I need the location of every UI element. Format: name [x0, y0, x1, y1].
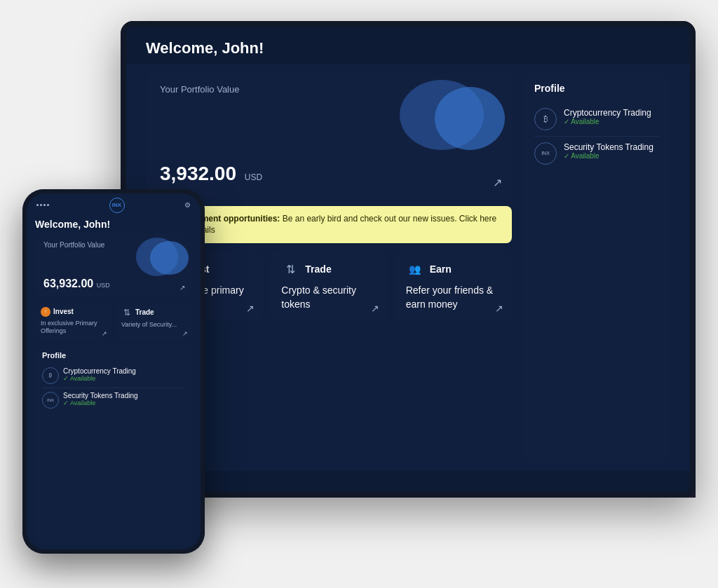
desktop-portfolio-currency: USD	[245, 172, 262, 182]
crypto-icon: ₿	[534, 108, 557, 130]
desktop-earn-card[interactable]: 👥 Earn Refer your friends & earn money ↗	[395, 250, 512, 321]
phone-portfolio-arrow: ↗	[180, 284, 185, 292]
phone-profile-section: Profile ₿ Cryptocurrency Trading ✓ Avail…	[35, 346, 192, 545]
phone-security-icon: INX	[42, 392, 59, 409]
phone-crypto-icon: ₿	[42, 367, 59, 384]
phone-invest-desc: In exclusive Primary Offerings	[41, 320, 106, 336]
desktop-device: Welcome, John! Your Portfolio Value	[121, 21, 696, 498]
desktop-portfolio-arrow: ↗	[493, 176, 502, 189]
phone-profile-crypto[interactable]: ₿ Cryptocurrency Trading ✓ Available	[42, 364, 185, 388]
phone-device: INX ⚙ Welcome, John! Your Portfolio Valu…	[22, 189, 205, 554]
desktop-screen: Welcome, John! Your Portfolio Value	[126, 27, 690, 492]
desktop-crypto-status: ✓ Available	[564, 118, 659, 125]
phone-invest-arrow: ↗	[102, 330, 107, 337]
phone-trade-title: Trade	[135, 308, 154, 316]
desktop-sidebar: Profile ₿ Cryptocurrency Trading ✓ Avail…	[523, 73, 670, 463]
desktop-profile-title: Profile	[534, 83, 659, 94]
phone-invest-title: Invest	[53, 308, 74, 315]
phone-profile-security[interactable]: INX Security Tokens Trading ✓ Available	[42, 388, 185, 412]
phone-settings-icon[interactable]: ⚙	[184, 201, 191, 209]
phone-signal-dots	[36, 204, 49, 206]
desktop-trade-title: Trade	[305, 264, 331, 275]
phone-profile-title: Profile	[42, 351, 185, 360]
desktop-bezel: Welcome, John! Your Portfolio Value	[121, 21, 696, 498]
desktop-earn-desc: Refer your friends & earn money	[406, 284, 501, 311]
desktop-trade-arrow: ↗	[371, 303, 379, 314]
phone-crypto-name: Cryptocurrency Trading	[63, 367, 136, 375]
phone-security-info: Security Tokens Trading ✓ Available	[63, 392, 138, 406]
desktop-header: Welcome, John!	[126, 27, 690, 64]
desktop-security-info: Security Tokens Trading ✓ Available	[564, 142, 659, 160]
phone-security-name: Security Tokens Trading	[63, 392, 138, 399]
desktop-invest-arrow: ↗	[246, 303, 255, 314]
desktop-crypto-name: Cryptocurrency Trading	[564, 108, 659, 118]
desktop-profile-item-crypto[interactable]: ₿ Cryptocurrency Trading ✓ Available	[534, 102, 659, 137]
phone-welcome-title: Welcome, John!	[35, 219, 192, 230]
phone-invest-header: ↑ Invest	[41, 307, 106, 317]
phone-trade-desc: Variety of Security...	[121, 321, 187, 329]
desktop-crypto-info: Cryptocurrency Trading ✓ Available	[564, 108, 659, 125]
phone-trade-arrow: ↗	[182, 330, 188, 337]
desktop-trade-header: ⇅ Trade	[281, 260, 376, 278]
phone-trade-card[interactable]: ⇅ Trade Variety of Security... ↗	[116, 301, 192, 341]
desktop-portfolio-value: 3,932.00 USD	[160, 163, 262, 185]
phone-screen: INX ⚙ Welcome, John! Your Portfolio Valu…	[27, 193, 201, 549]
desktop-trade-card[interactable]: ⇅ Trade Crypto & security tokens ↗	[270, 250, 387, 321]
desktop-portfolio-card[interactable]: Your Portfolio Value 3,932.00 USD ↗	[146, 73, 512, 199]
phone-content: Welcome, John! Your Portfolio Value 63,9…	[27, 214, 201, 549]
phone-crypto-status: ✓ Available	[63, 375, 136, 382]
desktop-portfolio-amount: 3,932.00	[160, 163, 242, 184]
phone-portfolio-card[interactable]: Your Portfolio Value 63,932.00 USD ↗	[35, 234, 192, 297]
phone-crypto-info: Cryptocurrency Trading ✓ Available	[63, 367, 136, 382]
desktop-security-name: Security Tokens Trading	[564, 142, 659, 152]
phone-portfolio-currency: USD	[97, 282, 110, 289]
earn-icon: 👥	[406, 260, 424, 278]
desktop-welcome-title: Welcome, John!	[146, 39, 670, 57]
phone-portfolio-amount: 63,932.00	[43, 278, 93, 289]
phone-invest-card[interactable]: ↑ Invest In exclusive Primary Offerings …	[35, 301, 111, 341]
desktop-bottom-bar: © Markets	[126, 471, 690, 492]
security-token-icon: INX	[534, 142, 557, 165]
desktop-earn-title: Earn	[430, 264, 452, 275]
phone-blob2	[150, 241, 189, 275]
phone-logo: INX	[109, 198, 125, 213]
desktop-profile-card: Profile ₿ Cryptocurrency Trading ✓ Avail…	[523, 73, 670, 463]
phone-trade-header: ⇅ Trade	[121, 307, 187, 318]
desktop-security-status: ✓ Available	[564, 152, 659, 160]
phone-invest-icon: ↑	[41, 307, 50, 317]
phone-bezel: INX ⚙ Welcome, John! Your Portfolio Valu…	[22, 189, 205, 554]
phone-action-cards: ↑ Invest In exclusive Primary Offerings …	[35, 301, 192, 341]
phone-status-bar: INX ⚙	[27, 193, 201, 214]
desktop-blob2	[435, 87, 505, 150]
trade-icon: ⇅	[281, 260, 299, 278]
phone-security-status: ✓ Available	[63, 399, 138, 406]
desktop-earn-arrow: ↗	[495, 303, 503, 314]
phone-trade-icon: ⇅	[121, 307, 133, 318]
desktop-trade-desc: Crypto & security tokens	[281, 284, 376, 311]
scene: Welcome, John! Your Portfolio Value	[22, 21, 696, 568]
desktop-earn-header: 👥 Earn	[406, 260, 501, 278]
desktop-profile-item-security[interactable]: INX Security Tokens Trading ✓ Available	[534, 137, 659, 170]
desktop-content: Your Portfolio Value 3,932.00 USD ↗	[126, 64, 690, 471]
phone-portfolio-value: 63,932.00 USD	[43, 278, 110, 290]
